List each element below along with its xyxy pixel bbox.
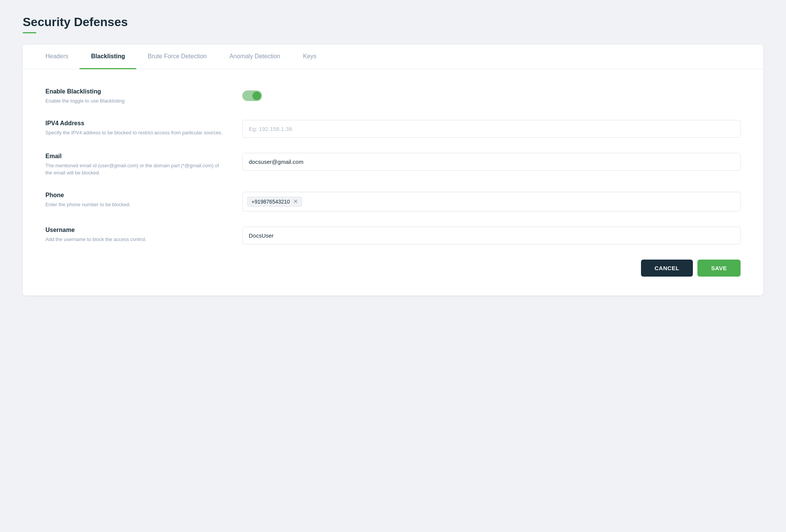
tab-brute-force[interactable]: Brute Force Detection	[136, 45, 218, 69]
tab-headers[interactable]: Headers	[34, 45, 80, 69]
save-button[interactable]: SAVE	[697, 260, 741, 277]
tab-keys[interactable]: Keys	[292, 45, 328, 69]
email-row: Email The mentioned email id (user@gmail…	[45, 153, 741, 177]
phone-tag: +919876543210 ✕	[247, 197, 302, 207]
enable-blacklisting-toggle[interactable]	[242, 90, 262, 101]
button-row: CANCEL SAVE	[45, 260, 741, 277]
phone-tag-value: +919876543210	[251, 199, 290, 205]
phone-row: Phone Enter the phone number to be block…	[45, 192, 741, 212]
tab-bar: Headers Blacklisting Brute Force Detecti…	[23, 45, 763, 69]
username-description: Add the username to block the access con…	[45, 236, 227, 243]
ipv4-input[interactable]	[242, 120, 741, 138]
card-body: Enable Blacklisting Enable the toggle to…	[23, 69, 763, 296]
phone-label: Phone	[45, 192, 242, 199]
username-row: Username Add the username to block the a…	[45, 227, 741, 244]
page-title: Security Defenses	[23, 15, 763, 29]
email-label: Email	[45, 153, 242, 160]
ipv4-label: IPV4 Address	[45, 120, 242, 127]
username-label: Username	[45, 227, 242, 233]
phone-tag-remove[interactable]: ✕	[293, 199, 298, 205]
page-header: Security Defenses	[23, 15, 763, 33]
title-underline	[23, 32, 36, 33]
ipv4-row: IPV4 Address Specify the IPV4 address to…	[45, 120, 741, 138]
tab-anomaly-detection[interactable]: Anomaly Detection	[218, 45, 292, 69]
email-description: The mentioned email id (user@gmail.com) …	[45, 162, 227, 177]
main-card: Headers Blacklisting Brute Force Detecti…	[23, 45, 763, 296]
enable-blacklisting-label: Enable Blacklisting	[45, 88, 242, 95]
tab-blacklisting[interactable]: Blacklisting	[80, 45, 136, 69]
phone-tags-input[interactable]: +919876543210 ✕	[242, 192, 741, 212]
phone-description: Enter the phone number to be blocked.	[45, 201, 227, 208]
ipv4-description: Specify the IPV4 address to be blocked t…	[45, 129, 227, 137]
username-input[interactable]	[242, 227, 741, 244]
enable-blacklisting-row: Enable Blacklisting Enable the toggle to…	[45, 88, 741, 105]
email-input[interactable]	[242, 153, 741, 171]
enable-blacklisting-description: Enable the toggle to use Blacklisting	[45, 97, 227, 105]
cancel-button[interactable]: CANCEL	[641, 260, 693, 277]
